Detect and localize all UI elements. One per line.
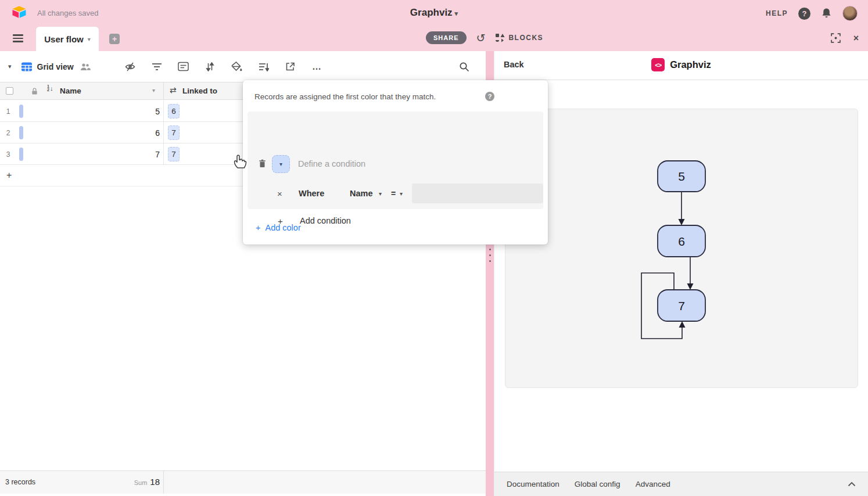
tab-user-flow[interactable]: User flow ▾ <box>36 27 99 51</box>
row-height-icon[interactable] <box>250 62 277 71</box>
linked-record-chip[interactable]: 7 <box>168 147 180 161</box>
color-condition-group: ▾ Define a condition × Where Name ▾ = ▾ … <box>248 112 543 209</box>
graph-node-label: 6 <box>678 235 685 248</box>
block-title: Graphviz <box>670 59 711 70</box>
block-footer: Documentation Global config Advanced <box>494 472 868 496</box>
chevron-down-icon: ▾ <box>279 161 282 167</box>
sum-summary[interactable]: Sum18 <box>99 477 160 487</box>
tab-advanced[interactable]: Advanced <box>636 480 670 488</box>
add-condition-button[interactable]: Add condition <box>300 216 351 225</box>
history-icon[interactable]: ↺ <box>476 33 486 44</box>
graph-node-label: 7 <box>678 299 685 312</box>
graphviz-diagram: 5 6 7 <box>505 109 858 387</box>
popup-description: Records are assigned the first color tha… <box>254 92 436 101</box>
close-panel-icon[interactable]: × <box>853 34 859 43</box>
record-coloring-popup: Records are assigned the first color tha… <box>243 80 548 245</box>
base-title[interactable]: Graphviz▾ <box>0 7 868 19</box>
blocks-panel: Back <> Graphviz <box>494 51 868 496</box>
add-color-button[interactable]: + Add color <box>256 223 301 232</box>
tab-documentation[interactable]: Documentation <box>507 480 559 488</box>
share-view-icon[interactable] <box>277 62 304 71</box>
plus-icon: + <box>256 223 260 232</box>
hamburger-menu-icon[interactable] <box>13 34 23 44</box>
add-table-button[interactable]: + <box>109 34 120 44</box>
condition-value-input[interactable] <box>412 184 543 203</box>
blocks-shapes-icon <box>495 33 505 42</box>
column-header-linked-to[interactable]: Linked to <box>182 87 217 95</box>
filter-icon[interactable] <box>144 63 170 71</box>
grid-footer: 3 records Sum18 <box>0 470 486 494</box>
where-label: Where <box>299 189 324 198</box>
notifications-bell-icon[interactable] <box>821 8 832 19</box>
record-count: 3 records <box>5 478 35 486</box>
column-divider <box>163 143 164 165</box>
group-icon[interactable] <box>170 62 197 71</box>
color-swatch-dropdown[interactable]: ▾ <box>272 155 290 173</box>
block-header: Back <> Graphviz <box>494 51 868 80</box>
column-divider <box>163 100 164 122</box>
fullscreen-expand-icon[interactable] <box>831 33 841 43</box>
plus-icon: + <box>6 170 12 181</box>
linked-record-chip[interactable]: 7 <box>168 125 180 140</box>
linked-record-chip[interactable]: 6 <box>168 104 180 118</box>
view-toolbar: ▾ Grid view <box>0 51 486 82</box>
lock-icon <box>31 87 38 95</box>
chevron-down-icon[interactable]: ▾ <box>88 36 91 42</box>
grid-view-icon <box>21 62 33 72</box>
chevron-up-icon[interactable] <box>848 481 856 487</box>
cell-name[interactable]: 7 <box>0 143 160 165</box>
graphviz-block-icon: <> <box>651 58 665 71</box>
top-bar: All changes saved Graphviz▾ HELP ? <box>0 0 868 27</box>
primary-field-sort-icon: 12 ↓ <box>47 85 53 92</box>
cell-name[interactable]: 6 <box>0 122 160 143</box>
blocks-button[interactable]: BLOCKS <box>495 33 543 42</box>
cell-name[interactable]: 5 <box>0 100 160 122</box>
condition-placeholder[interactable]: Define a condition <box>298 159 365 168</box>
linked-record-field-icon: ⇄ <box>170 85 177 95</box>
mouse-cursor-hand <box>232 152 248 170</box>
graphviz-canvas[interactable]: 5 6 7 <box>505 109 858 388</box>
column-divider[interactable] <box>163 82 164 99</box>
tab-global-config[interactable]: Global config <box>575 480 620 488</box>
remove-condition-icon[interactable]: × <box>277 189 282 199</box>
help-button[interactable]: HELP <box>766 9 788 17</box>
view-name[interactable]: Grid view <box>37 62 74 71</box>
chevron-down-icon[interactable]: ▾ <box>400 191 403 197</box>
select-all-checkbox[interactable] <box>6 87 13 95</box>
collaborators-icon[interactable] <box>80 62 91 71</box>
more-options-icon[interactable]: … <box>304 62 331 72</box>
sort-icon[interactable] <box>197 62 224 71</box>
share-button[interactable]: SHARE <box>426 31 467 44</box>
chevron-down-icon[interactable]: ▾ <box>379 191 382 197</box>
column-header-name[interactable]: Name <box>60 87 81 95</box>
tab-bar: User flow ▾ + SHARE ↺ BLOCKS × <box>0 27 868 51</box>
graph-node-label: 5 <box>678 170 685 183</box>
field-select[interactable]: Name <box>350 189 373 198</box>
delete-color-icon[interactable] <box>259 159 266 168</box>
hide-fields-icon[interactable] <box>117 62 144 72</box>
chevron-down-icon: ▾ <box>455 10 458 17</box>
column-divider <box>163 471 164 494</box>
help-question-icon[interactable]: ? <box>798 8 810 20</box>
operator-select[interactable]: = <box>391 189 396 198</box>
column-divider <box>163 122 164 143</box>
collapse-sidebar-icon[interactable]: ▾ <box>8 63 12 70</box>
record-color-icon[interactable] <box>224 62 250 71</box>
user-avatar[interactable] <box>842 6 858 21</box>
search-icon[interactable] <box>451 62 478 72</box>
help-question-icon[interactable]: ? <box>485 92 494 101</box>
chevron-down-icon[interactable]: ▾ <box>152 87 155 94</box>
